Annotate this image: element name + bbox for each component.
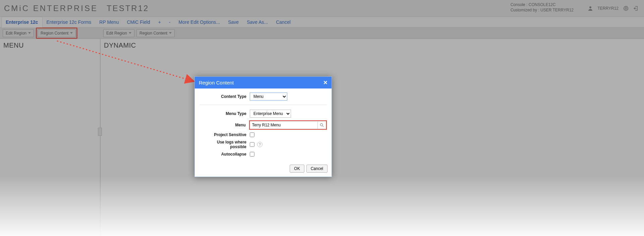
help-icon[interactable]: ? — [257, 142, 262, 147]
project-sensitive-checkbox[interactable] — [250, 132, 254, 137]
dialog-footer: OK Cancel — [195, 162, 332, 177]
tab-enterprise-12c-forms[interactable]: Enterprise 12c Forms — [43, 17, 96, 27]
right-region-toolbar: Edit Region Region Content — [101, 29, 175, 37]
menu-input[interactable] — [250, 121, 317, 129]
region-content-dialog: Region Content ✕ Content Type Menu Menu … — [194, 76, 332, 177]
menu-type-label: Menu Type — [199, 111, 250, 116]
tab-add[interactable]: + — [154, 17, 165, 27]
dialog-body: Content Type Menu Menu Type Enterprise M… — [195, 88, 332, 162]
use-logs-checkbox[interactable] — [250, 142, 254, 147]
region-content-button-right[interactable]: Region Content — [136, 29, 175, 37]
dialog-header[interactable]: Region Content ✕ — [195, 77, 332, 88]
edit-region-label: Edit Region — [6, 31, 26, 36]
header-meta: Console : CONSOLE12C Customized by : USE… — [511, 2, 574, 13]
region-content-label: Region Content — [139, 31, 167, 36]
customized-label: Customized by : — [511, 8, 539, 12]
user-icon[interactable] — [588, 6, 593, 11]
region-content-button-left[interactable]: Region Content — [38, 29, 76, 37]
region-content-highlight: Region Content — [36, 27, 77, 39]
caret-down-icon — [70, 32, 73, 34]
tab-more-edit[interactable]: More Edit Options... — [175, 17, 224, 27]
autocollapse-label: Autocollapse — [199, 152, 250, 157]
tab-remove[interactable]: - — [165, 17, 175, 27]
tab-cancel[interactable]: Cancel — [272, 17, 295, 27]
left-pane: MENU — [0, 39, 101, 236]
menu-type-select[interactable]: Enterprise Menu — [250, 110, 291, 118]
dialog-close-icon[interactable]: ✕ — [323, 79, 328, 86]
autocollapse-row: Autocollapse — [199, 152, 327, 157]
svg-point-0 — [589, 6, 591, 8]
tabs-bar: Enterprise 12c Enterprise 12c Forms RP M… — [0, 17, 644, 27]
caret-down-icon — [169, 32, 172, 34]
console-label: Console : — [511, 2, 528, 7]
left-pane-title: MENU — [3, 42, 97, 49]
menu-input-highlight — [249, 120, 327, 130]
tab-enterprise-12c[interactable]: Enterprise 12c — [1, 17, 43, 27]
menu-type-row: Menu Type Enterprise Menu — [199, 110, 327, 118]
menu-label: Menu — [199, 123, 249, 127]
content-type-row: Content Type Menu — [199, 93, 327, 105]
console-value: CONSOLE12C — [529, 2, 556, 7]
user-block: TERRYR12 — [588, 6, 639, 11]
project-sensitive-row: Project Sensitive — [199, 132, 327, 137]
cancel-button[interactable]: Cancel — [306, 165, 328, 173]
dialog-title: Region Content — [199, 80, 234, 85]
app-header: CMiC ENTERPRISE TESTR12 Console : CONSOL… — [0, 0, 644, 17]
env-title: TESTR12 — [107, 4, 149, 13]
ok-button[interactable]: OK — [290, 165, 304, 173]
caret-down-icon — [28, 32, 31, 34]
tab-save[interactable]: Save — [224, 17, 243, 27]
content-type-label: Content Type — [199, 94, 250, 99]
svg-line-4 — [323, 126, 324, 127]
use-logs-label: Use logs where possible — [199, 140, 250, 149]
edit-region-button-right[interactable]: Edit Region — [103, 29, 134, 37]
edit-region-button-left[interactable]: Edit Region — [3, 29, 34, 37]
right-pane: DYNAMIC — [101, 39, 644, 236]
customized-value: USER TERRYR12 — [540, 8, 574, 12]
region-toolbar-row: Edit Region Region Content Edit Region R… — [0, 27, 644, 39]
tab-cmic-field[interactable]: CMiC Field — [123, 17, 154, 27]
brand-title: CMiC ENTERPRISE — [4, 4, 98, 13]
use-logs-row: Use logs where possible ? — [199, 140, 327, 149]
logout-icon[interactable] — [633, 6, 639, 11]
menu-row: Menu — [199, 120, 327, 130]
content-type-select[interactable]: Menu — [250, 93, 287, 101]
username: TERRYR12 — [598, 6, 619, 11]
tab-rp-menu[interactable]: RP Menu — [95, 17, 123, 27]
caret-down-icon — [129, 32, 131, 34]
left-region-toolbar: Edit Region Region Content — [0, 27, 101, 39]
edit-region-label: Edit Region — [106, 31, 127, 36]
region-content-label: Region Content — [41, 31, 68, 36]
search-icon[interactable] — [317, 121, 326, 129]
project-sensitive-label: Project Sensitive — [199, 132, 250, 137]
svg-point-3 — [320, 124, 323, 126]
right-pane-title: DYNAMIC — [104, 42, 641, 49]
tab-save-as[interactable]: Save As... — [243, 17, 272, 27]
globe-icon[interactable] — [623, 6, 629, 11]
autocollapse-checkbox[interactable] — [250, 152, 254, 157]
